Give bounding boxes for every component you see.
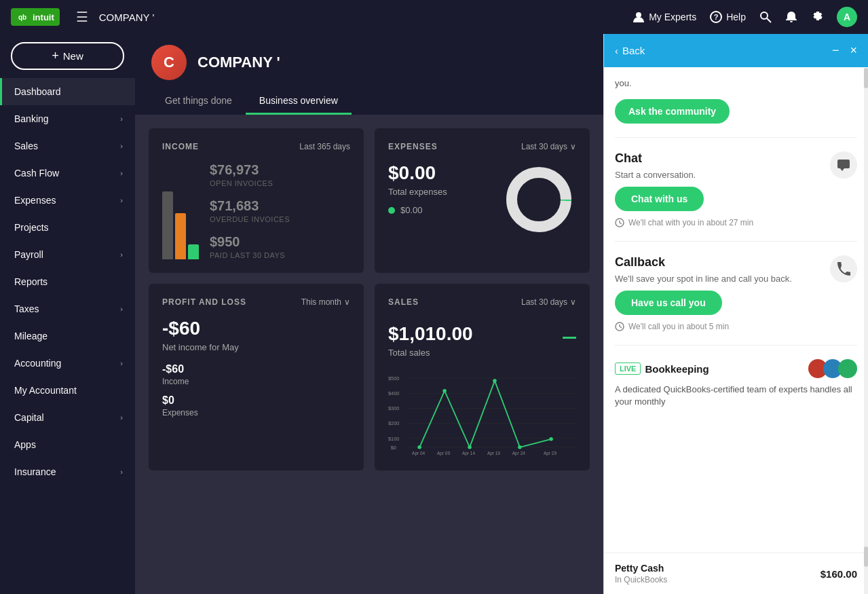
sidebar-label-sales: Sales (14, 141, 38, 151)
profit-amount: -$60 (162, 318, 350, 339)
user-avatar[interactable]: A (837, 7, 857, 27)
notifications-button[interactable] (785, 11, 797, 23)
quickbooks-logo: qb intuit (11, 8, 60, 26)
qb-logo-text: intuit (33, 12, 54, 22)
company-title: COMPANY ' (197, 54, 280, 71)
search-button[interactable] (759, 11, 772, 23)
chevron-icon: › (120, 468, 123, 476)
hamburger-menu[interactable]: ☰ (76, 9, 88, 25)
chat-with-us-button[interactable]: Chat with us (615, 187, 704, 211)
sidebar-item-sales[interactable]: Sales › (0, 132, 135, 160)
income-panel-title: INCOME (162, 142, 199, 151)
help-close-button[interactable]: × (850, 43, 857, 58)
help-body: you. Ask the community Chat Start a conv… (604, 67, 868, 553)
sales-panel-title: SALES (388, 297, 419, 307)
tab-get-things-done[interactable]: Get things done (151, 88, 246, 115)
callback-wait-time: We'll call you in about 5 min (615, 322, 822, 331)
clock-icon-2 (615, 322, 624, 331)
help-header-actions: − × (832, 43, 857, 58)
phone-icon-circle (830, 255, 857, 282)
help-back-button[interactable]: ‹ Back (615, 45, 645, 56)
income-row-paid: $950 PAID LAST 30 DAYS (210, 234, 290, 259)
chevron-down-icon: ∨ (570, 142, 576, 151)
help-header: ‹ Back − × (604, 34, 868, 67)
new-button[interactable]: + New (11, 42, 124, 70)
new-button-label: New (63, 50, 83, 62)
callback-section: Callback We'll save your spot in line an… (615, 255, 857, 346)
company-avatar: C (151, 45, 187, 80)
profit-sublabel: Net income for May (162, 342, 350, 352)
sidebar-item-reports[interactable]: Reports (0, 268, 135, 295)
scrollbar-track (864, 68, 868, 594)
bell-icon (785, 11, 797, 23)
chevron-icon: › (120, 196, 123, 204)
plus-icon: + (52, 49, 59, 63)
have-us-call-button[interactable]: Have us call you (615, 291, 722, 315)
chat-section-content: Chat Start a conversation. Chat with us … (615, 151, 822, 227)
svg-line-6 (767, 18, 771, 22)
sidebar-label-cashflow: Cash Flow (14, 168, 59, 179)
sales-chart: $500 $400 $300 $200 $100 $0 (388, 369, 576, 457)
profit-income-label: Income (162, 377, 350, 386)
scrollbar-thumb (864, 68, 868, 88)
profit-panel: PROFIT AND LOSS This month ∨ -$60 Net in… (149, 284, 364, 470)
sidebar-item-dashboard[interactable]: Dashboard (0, 78, 135, 105)
bottom-bar: Petty Cash In QuickBooks $160.00 (604, 553, 868, 594)
svg-line-33 (620, 327, 622, 328)
sales-summary: $1,010.00 Total sales (388, 318, 576, 358)
sales-line (419, 381, 551, 447)
tab-business-overview[interactable]: Business overview (246, 88, 352, 115)
expenses-content: $0.00 Total expenses $0.00 (388, 162, 576, 240)
chat-section: Chat Start a conversation. Chat with us … (615, 151, 857, 242)
scrollbar-thumb-bottom (864, 546, 868, 567)
svg-text:Apr 04: Apr 04 (412, 451, 425, 456)
income-paid-amount: $950 (210, 234, 290, 250)
svg-text:$300: $300 (388, 405, 399, 411)
sidebar-item-banking[interactable]: Banking › (0, 105, 135, 132)
expenses-donut (502, 162, 576, 240)
nav-company-name: COMPANY ' (99, 12, 622, 23)
svg-rect-30 (837, 160, 850, 168)
qb-logo-icon: qb (16, 11, 29, 23)
petty-cash-info: Petty Cash In QuickBooks (615, 563, 667, 584)
chat-wait-time: We'll chat with you in about 27 min (615, 218, 822, 227)
dashboard-area: INCOME Last 365 days $76,973 OPEN I (135, 115, 603, 594)
sidebar-item-apps[interactable]: Apps (0, 431, 135, 458)
sales-chart-svg: $500 $400 $300 $200 $100 $0 (388, 369, 576, 457)
help-button[interactable]: ? Help (710, 11, 746, 23)
income-open-label: OPEN INVOICES (210, 179, 290, 187)
sidebar-item-capital[interactable]: Capital › (0, 404, 135, 431)
sidebar-item-taxes[interactable]: Taxes › (0, 295, 135, 322)
sidebar-item-insurance[interactable]: Insurance › (0, 458, 135, 485)
chevron-down-icon-profit: ∨ (344, 297, 350, 307)
income-open-amount: $76,973 (210, 162, 290, 178)
expenses-panel-period: Last 30 days ∨ (521, 142, 576, 151)
sidebar: + New Dashboard Banking › Sales › Cash F… (0, 34, 135, 594)
chat-icon (830, 151, 857, 179)
sidebar-item-my-accountant[interactable]: My Accountant (0, 377, 135, 404)
ask-community-button[interactable]: Ask the community (615, 99, 730, 124)
sidebar-item-mileage[interactable]: Mileage (0, 322, 135, 350)
svg-text:qb: qb (18, 14, 26, 21)
sidebar-item-payroll[interactable]: Payroll › (0, 241, 135, 268)
chevron-icon: › (120, 413, 123, 422)
sidebar-item-projects[interactable]: Projects (0, 214, 135, 241)
sidebar-label-reports: Reports (14, 276, 48, 287)
sidebar-item-accounting[interactable]: Accounting › (0, 350, 135, 377)
svg-point-7 (512, 172, 566, 227)
chat-title: Chat (615, 151, 822, 166)
ask-community-text: you. (615, 78, 857, 88)
sidebar-item-expenses[interactable]: Expenses › (0, 187, 135, 214)
chevron-icon: › (120, 305, 123, 313)
help-label: Help (726, 12, 746, 22)
sidebar-item-cashflow[interactable]: Cash Flow › (0, 160, 135, 187)
help-minimize-button[interactable]: − (832, 43, 839, 58)
sales-indicator (563, 337, 576, 339)
chevron-icon: › (120, 115, 123, 123)
expenses-label: Total expenses (388, 187, 447, 197)
svg-point-2 (636, 12, 641, 18)
bookkeeping-section: LIVE Bookkeeping A dedicated QuickBooks-… (615, 359, 857, 422)
callback-section-content: Callback We'll save your spot in line an… (615, 255, 822, 331)
settings-button[interactable] (811, 11, 823, 23)
my-experts-button[interactable]: My Experts (633, 11, 696, 23)
